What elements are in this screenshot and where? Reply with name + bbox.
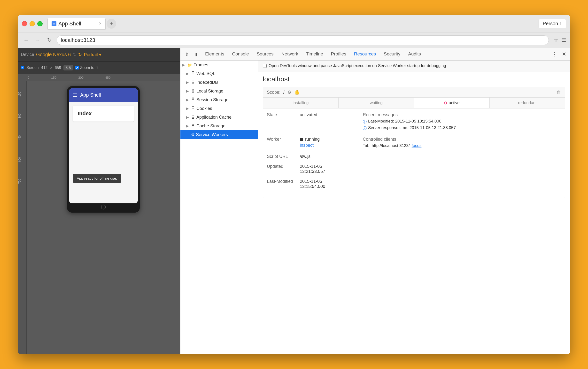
phone-home-button[interactable] [101, 205, 106, 209]
tree-item-sessionstorage[interactable]: ▶ 🗄 Session Storage [180, 95, 258, 104]
app-index-title: Index [78, 110, 129, 117]
sw-tab-installing[interactable]: installing [263, 98, 339, 108]
forward-button[interactable]: → [33, 36, 42, 45]
websql-icon: 🗄 [191, 72, 195, 76]
minimize-button[interactable] [30, 21, 35, 26]
device-name-select[interactable]: Google Nexus 6 [36, 52, 71, 57]
tab-console[interactable]: Console [229, 48, 252, 60]
zoom-fit-checkbox[interactable] [75, 66, 79, 70]
sw-worker-card: Scope: / ⚙ 🔔 🗑 installing [263, 87, 565, 198]
sw-details-grid: State activated Recent messages ⓘ [263, 108, 565, 198]
profile-button[interactable]: Person 1 [539, 19, 566, 28]
devtools-more-button[interactable]: ⋮ [550, 51, 559, 57]
screen-label: Screen [26, 66, 39, 70]
cachestorage-icon: 🗄 [191, 124, 195, 128]
sw-state-key: State [267, 112, 296, 117]
tree-item-indexeddb[interactable]: ▶ 🗄 IndexedDB [180, 78, 258, 87]
sw-worker-pair: Worker running inspect [267, 137, 359, 148]
resources-sidebar: ▶ 📁 Frames ▶ 🗄 Web SQL ▶ 🗄 IndexedDB [180, 61, 258, 354]
screen-checkbox[interactable] [21, 66, 24, 69]
tab-resources[interactable]: Resources [351, 48, 380, 60]
tree-item-localstorage[interactable]: ▶ 🗄 Local Storage [180, 87, 258, 95]
tab-timeline[interactable]: Timeline [302, 48, 326, 60]
tab-network[interactable]: Network [278, 48, 302, 60]
tree-arrow-cookies: ▶ [186, 107, 190, 110]
tab-label: App Shell [58, 20, 81, 27]
sw-status-tabs: installing waiting ⚙ active [263, 98, 565, 108]
nav-bar: ← → ↻ localhost:3123 ☆ ☰ [18, 32, 570, 48]
tree-label-cookies: Cookies [196, 106, 212, 111]
maximize-button[interactable] [37, 21, 43, 26]
sw-scope-delete-button[interactable]: 🗑 [557, 90, 561, 95]
ruler-num-v-300: 300 [18, 105, 26, 127]
sw-inspect-link[interactable]: inspect [300, 143, 314, 148]
ruler-num-v-750: 750 [18, 170, 26, 192]
app-title: App Shell [80, 92, 101, 98]
screen-width: 412 [41, 66, 48, 70]
menu-icon[interactable]: ☰ [561, 37, 566, 43]
sw-scope-gear-icon[interactable]: ⚙ [288, 90, 291, 95]
sw-tab-waiting[interactable]: waiting [339, 98, 414, 108]
portrait-select[interactable]: Portrait ▾ [84, 52, 101, 57]
tab-profiles[interactable]: Profiles [327, 48, 350, 60]
tree-item-appcache[interactable]: ▶ 🗄 Application Cache [180, 113, 258, 122]
address-bar[interactable]: localhost:3123 [57, 35, 549, 45]
sw-inspect-row: inspect [300, 143, 359, 148]
sw-script-value: /sw.js [300, 154, 561, 159]
devtools-close-button[interactable]: ✕ [560, 51, 568, 57]
browser-tab[interactable]: A App Shell × [47, 18, 106, 30]
tab-sources[interactable]: Sources [253, 48, 277, 60]
tree-label-frames: Frames [194, 62, 208, 68]
app-menu-icon: ☰ [73, 92, 77, 98]
info-icon-2: ⓘ [363, 126, 367, 131]
tree-arrow-appcache: ▶ [186, 115, 190, 119]
zoom-fit-label: Zoom to fit [80, 66, 99, 70]
stop-icon[interactable] [300, 138, 303, 141]
tree-item-frames[interactable]: ▶ 📁 Frames [180, 61, 258, 69]
frames-icon: 📁 [187, 63, 192, 67]
sw-recent-messages-label: Recent messages [363, 112, 561, 117]
tab-elements[interactable]: Elements [202, 48, 228, 60]
appcache-icon: 🗄 [191, 115, 195, 119]
sw-top-notice: Open DevTools window and pause JavaScrip… [258, 61, 570, 72]
phone-icon[interactable]: ▮ [192, 50, 201, 59]
device-rotate-button[interactable]: ↻ [78, 52, 82, 57]
sw-debug-checkbox[interactable] [263, 64, 267, 68]
sw-detail-panel: Open DevTools window and pause JavaScrip… [258, 61, 570, 354]
dim-x: × [50, 66, 52, 70]
sw-updated-key: Updated [267, 164, 296, 174]
device-secondary-bar: Screen 412 × 659 3.5 Zoom to fit [18, 62, 180, 74]
tree-label-indexeddb: IndexedDB [196, 80, 218, 85]
devtools-tabs: ⇧ ▮ Elements Console Sources Network Tim… [180, 48, 570, 61]
tree-item-cachestorage[interactable]: ▶ 🗄 Cache Storage [180, 122, 258, 130]
new-tab-button[interactable]: + [107, 19, 116, 29]
cursor-icon[interactable]: ⇧ [182, 50, 191, 59]
sw-active-icon: ⚙ [444, 101, 447, 105]
device-content-wrapper: 150 300 450 600 750 ☰ App Shell [18, 81, 180, 354]
sw-worker-value: running inspect [300, 137, 359, 148]
device-toolbar-divider: ⇅ [73, 52, 76, 57]
sw-scope-label: Scope: [267, 90, 280, 95]
tab-audits[interactable]: Audits [405, 48, 424, 60]
close-button[interactable] [22, 21, 27, 26]
tree-item-serviceworkers[interactable]: ⚙ Service Workers [180, 130, 258, 139]
sw-scope-bell-icon[interactable]: 🔔 [294, 90, 299, 95]
sw-focus-link[interactable]: focus [412, 143, 422, 148]
sw-tab-redundant[interactable]: redundant [490, 98, 565, 108]
tree-arrow-indexeddb: ▶ [186, 80, 190, 84]
device-label: Device [21, 52, 34, 57]
sw-message-2: ⓘ Server response time: 2015-11-05 13:21… [363, 125, 561, 131]
ruler-num-300: 300 [78, 76, 83, 79]
toast-message: App ready for offline use. [73, 174, 121, 183]
back-button[interactable]: ← [22, 36, 31, 45]
sw-tab-active[interactable]: ⚙ active [414, 98, 490, 108]
browser-window: A App Shell × + Person 1 ← → ↻ localhost… [18, 15, 570, 354]
tree-item-websql[interactable]: ▶ 🗄 Web SQL [180, 69, 258, 78]
zoom-fit-control: Zoom to fit [75, 66, 99, 70]
reload-button[interactable]: ↻ [45, 36, 54, 45]
tab-security[interactable]: Security [381, 48, 404, 60]
tree-item-cookies[interactable]: ▶ 🗄 Cookies [180, 104, 258, 113]
bookmark-icon[interactable]: ☆ [554, 37, 558, 43]
tab-close-button[interactable]: × [99, 21, 102, 26]
sw-updated-row: Updated 2015-11-05 13:21:33.057 [267, 164, 561, 174]
